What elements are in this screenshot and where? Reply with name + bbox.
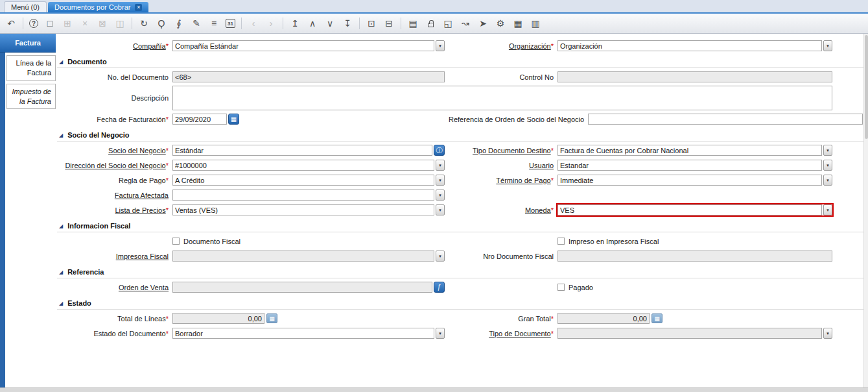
estado-documento-dropdown-button[interactable]: ▼ [436,328,445,339]
chat-icon[interactable]: ✎ [191,18,202,29]
report-icon[interactable]: ▥ [530,18,541,29]
direccion-socio-dropdown-button[interactable]: ▼ [436,160,445,171]
compania-input[interactable] [172,40,434,51]
new-record-icon[interactable]: □ [44,18,56,29]
fecha-facturacion-input[interactable] [172,114,227,125]
lock-icon[interactable] [425,18,436,29]
collapse-arrow-icon[interactable]: ◢ [59,223,63,229]
tab-linea-factura[interactable]: Línea de la Factura [6,55,56,81]
collapse-arrow-icon[interactable]: ◢ [59,59,63,65]
tab-factura[interactable]: Factura [0,34,56,53]
lista-precios-input[interactable] [172,204,434,215]
impresora-fiscal-label[interactable]: Impresora Fiscal [56,252,169,260]
window-tab-documentos[interactable]: Documentos por Cobrar × [48,2,148,12]
tipo-documento-label[interactable]: Tipo de Documento* [449,330,554,337]
undo-icon[interactable]: ↶ [5,18,17,29]
usuario-label[interactable]: Usuario [449,162,554,169]
tipo-documento-dropdown-button[interactable]: ▼ [823,328,832,339]
tipo-doc-destino-dropdown-button[interactable]: ▼ [823,145,832,156]
estado-documento-input[interactable] [172,328,434,339]
impreso-fiscal-checkbox[interactable] [557,238,565,245]
vertical-scrollbar[interactable] [863,34,868,387]
moneda-field-highlighted: ▼ [557,204,832,215]
gran-total-input[interactable] [557,313,650,324]
calendar-icon[interactable]: 31 [226,19,235,28]
lista-precios-dropdown-button[interactable]: ▼ [436,204,445,215]
socio-negocio-input[interactable] [172,145,432,156]
regla-pago-dropdown-button[interactable]: ▼ [436,175,445,186]
calculator-button[interactable]: ▦ [651,313,663,323]
close-tab-icon[interactable]: × [135,4,142,11]
control-no-input[interactable] [557,71,832,82]
collapse-arrow-icon[interactable]: ◢ [59,300,63,306]
moneda-label[interactable]: Moneda* [449,206,554,214]
calculator-button[interactable]: ▦ [266,313,277,323]
zoom-across-icon[interactable]: ◱ [442,18,454,29]
factura-afectada-input[interactable] [172,190,434,201]
preferences-icon[interactable]: ⚙ [495,18,506,29]
attachment-icon[interactable]: ∮ [173,18,185,29]
next-tab-icon[interactable]: › [265,18,277,29]
next-record-icon[interactable]: ∨ [324,18,336,29]
factura-afectada-label[interactable]: Factura Afectada [56,191,169,199]
previous-record-icon[interactable]: ∧ [307,18,318,29]
socio-negocio-label[interactable]: Socio del Negocio* [56,147,169,154]
factura-afectada-dropdown-button[interactable]: ▼ [436,190,445,201]
collapse-arrow-icon[interactable]: ◢ [59,132,63,138]
compania-dropdown-button[interactable]: ▼ [436,40,445,51]
pagado-checkbox[interactable] [557,284,565,291]
moneda-dropdown-button[interactable]: ▼ [823,204,832,215]
impresora-fiscal-dropdown-button[interactable]: ▼ [436,251,445,262]
lista-precios-label[interactable]: Lista de Precios* [56,206,169,214]
tipo-documento-input[interactable] [557,328,822,339]
tipo-doc-destino-label[interactable]: Tipo Documento Destino* [449,147,554,154]
business-partner-search-button[interactable]: ⓘ [434,145,445,156]
refresh-icon[interactable]: ↻ [138,18,150,29]
nro-doc-fiscal-input[interactable] [557,251,832,262]
usuario-input[interactable] [557,160,822,171]
direccion-socio-label[interactable]: Dirección del Socio del Negocio* [56,162,169,169]
moneda-input[interactable] [557,204,822,215]
detail-record-icon[interactable]: ⊟ [383,18,395,29]
print-icon[interactable]: ▤ [407,18,419,29]
date-picker-button[interactable]: ▦ [228,114,239,125]
parent-record-icon[interactable]: ⊡ [366,18,377,29]
descripcion-textarea[interactable] [172,86,832,110]
scrollbar-thumb[interactable] [865,35,868,139]
documento-fiscal-checkbox[interactable] [172,238,180,245]
save-icon[interactable]: ◫ [114,18,126,29]
impresora-fiscal-input[interactable] [172,251,434,262]
termino-pago-label[interactable]: Término de Pago* [449,177,554,184]
delete-record-icon[interactable]: × [79,18,91,29]
product-info-icon[interactable]: ▦ [512,18,524,29]
usuario-dropdown-button[interactable]: ▼ [823,160,832,171]
orden-venta-zoom-button[interactable]: ƒ [434,282,445,293]
tab-impuesto-factura[interactable]: Impuesto de la Factura [6,84,56,110]
regla-pago-input[interactable] [172,175,434,186]
no-documento-input[interactable] [172,71,445,82]
find-icon[interactable]: Ϙ [156,18,167,29]
collapse-arrow-icon[interactable]: ◢ [59,269,63,275]
organizacion-dropdown-button[interactable]: ▼ [823,40,832,51]
grid-toggle-icon[interactable]: ≡ [208,18,220,29]
help-icon[interactable]: ? [29,19,38,28]
workflow-icon[interactable]: ↝ [460,18,471,29]
organizacion-input[interactable] [557,40,822,51]
direccion-socio-input[interactable] [172,160,434,171]
first-record-icon[interactable]: ↥ [289,18,301,29]
total-lineas-input[interactable] [172,313,264,324]
termino-pago-input[interactable] [557,175,822,186]
copy-record-icon[interactable]: ⊞ [62,18,73,29]
orden-venta-input[interactable] [172,282,432,293]
previous-tab-icon[interactable]: ‹ [248,18,259,29]
tipo-doc-destino-input[interactable] [557,145,822,156]
compania-label[interactable]: Compañía* [56,42,169,50]
send-mail-icon[interactable]: ➤ [477,18,489,29]
termino-pago-dropdown-button[interactable]: ▼ [823,175,832,186]
orden-venta-label[interactable]: Orden de Venta [56,284,169,291]
organizacion-label[interactable]: Organización* [449,42,554,50]
window-tab-menu[interactable]: Menú (0) [4,1,47,12]
last-record-icon[interactable]: ↧ [342,18,353,29]
referencia-orden-input[interactable] [588,114,863,125]
delete-selection-icon[interactable]: ⊠ [97,18,108,29]
